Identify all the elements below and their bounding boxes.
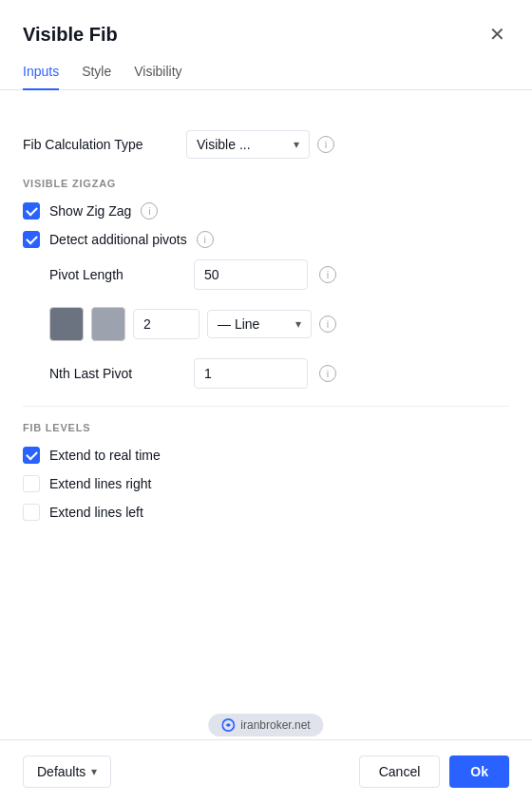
pivot-length-row: Pivot Length i xyxy=(49,259,509,290)
show-zig-zag-checkbox[interactable] xyxy=(23,202,40,220)
dialog-title: Visible Fib xyxy=(23,24,118,46)
pivot-length-info-icon: i xyxy=(319,266,336,283)
divider-1 xyxy=(23,406,509,407)
fib-calc-chevron-icon: ▾ xyxy=(294,138,299,151)
extend-lines-left-checkbox[interactable] xyxy=(23,504,40,521)
show-zig-zag-info-icon: i xyxy=(141,202,158,220)
nth-last-pivot-label: Nth Last Pivot xyxy=(49,366,182,381)
style-row: — Line ▾ i xyxy=(49,307,509,341)
tab-visibility[interactable]: Visibility xyxy=(134,64,181,90)
watermark-logo-icon xyxy=(221,718,235,732)
color-swatch-2[interactable] xyxy=(91,307,125,341)
extend-lines-left-row: Extend lines left xyxy=(23,504,509,521)
line-width-input[interactable] xyxy=(133,309,200,339)
watermark: iranbroker.net xyxy=(208,714,323,736)
defaults-chevron-icon: ▾ xyxy=(91,765,97,778)
defaults-button[interactable]: Defaults ▾ xyxy=(23,755,111,788)
tab-inputs[interactable]: Inputs xyxy=(23,64,59,90)
pivot-length-indented: Pivot Length i — Line ▾ i Nth Last Pivot xyxy=(23,259,509,389)
pivot-length-input[interactable] xyxy=(194,259,308,290)
fib-levels-section-label: FIB LEVELS xyxy=(23,422,509,433)
content-area: Fib Calculation Type Visible ... ▾ i VIS… xyxy=(0,90,532,739)
dialog-header: Visible Fib ✕ xyxy=(0,0,532,49)
detect-pivots-row: Detect additional pivots i xyxy=(23,231,509,248)
cancel-button[interactable]: Cancel xyxy=(359,755,441,788)
color-swatch-1[interactable] xyxy=(49,307,84,341)
fib-calc-type-select[interactable]: Visible ... ▾ xyxy=(186,130,310,159)
nth-last-pivot-info-icon: i xyxy=(319,365,336,382)
nth-last-pivot-input[interactable] xyxy=(194,358,308,389)
detect-pivots-checkbox[interactable] xyxy=(23,231,40,248)
extend-lines-right-label: Extend lines right xyxy=(49,476,151,491)
fib-calc-info-icon: i xyxy=(317,136,334,153)
tab-bar: Inputs Style Visibility xyxy=(0,49,532,90)
fib-calc-type-select-wrap: Visible ... ▾ i xyxy=(186,130,334,159)
line-type-select[interactable]: — Line ▾ xyxy=(207,310,312,338)
footer: Defaults ▾ Cancel Ok xyxy=(0,739,532,803)
extend-lines-left-label: Extend lines left xyxy=(49,505,143,520)
show-zig-zag-label: Show Zig Zag xyxy=(49,203,131,219)
detect-pivots-info-icon: i xyxy=(197,231,214,248)
line-type-chevron-icon: ▾ xyxy=(295,317,301,331)
ok-button[interactable]: Ok xyxy=(449,755,509,788)
extend-real-time-checkbox[interactable] xyxy=(23,447,40,464)
dialog: Visible Fib ✕ Inputs Style Visibility Fi… xyxy=(0,0,532,803)
nth-last-pivot-row: Nth Last Pivot i xyxy=(49,358,509,389)
pivot-length-label: Pivot Length xyxy=(49,267,182,282)
detect-pivots-label: Detect additional pivots xyxy=(49,232,187,247)
extend-lines-right-row: Extend lines right xyxy=(23,475,509,492)
visible-zigzag-section-label: VISIBLE ZIGZAG xyxy=(23,178,509,189)
extend-real-time-label: Extend to real time xyxy=(49,448,161,463)
tab-style[interactable]: Style xyxy=(82,64,111,90)
close-button[interactable]: ✕ xyxy=(485,19,509,49)
fib-calc-type-label: Fib Calculation Type xyxy=(23,137,175,152)
fib-calc-type-row: Fib Calculation Type Visible ... ▾ i xyxy=(23,130,509,159)
extend-real-time-row: Extend to real time xyxy=(23,447,509,464)
line-type-info-icon: i xyxy=(319,315,336,333)
extend-lines-right-checkbox[interactable] xyxy=(23,475,40,492)
footer-actions: Cancel Ok xyxy=(359,755,509,788)
show-zig-zag-row: Show Zig Zag i xyxy=(23,202,509,220)
